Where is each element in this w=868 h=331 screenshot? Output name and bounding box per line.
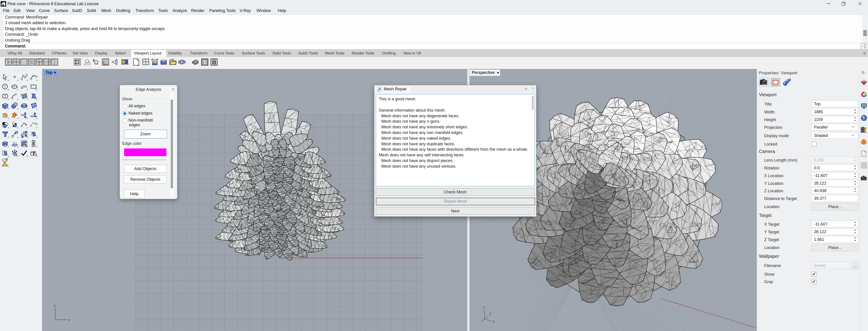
svg-text:z: z — [483, 305, 485, 309]
svg-text:8: 8 — [4, 1, 5, 3]
svg-text:y: y — [54, 304, 56, 307]
svg-text:x: x — [68, 318, 70, 322]
svg-text:x: x — [493, 320, 494, 323]
svg-text:1: 1 — [203, 59, 206, 65]
svg-text:2: 2 — [93, 59, 95, 62]
svg-text:y: y — [489, 311, 491, 315]
svg-text:?: ? — [863, 117, 865, 120]
